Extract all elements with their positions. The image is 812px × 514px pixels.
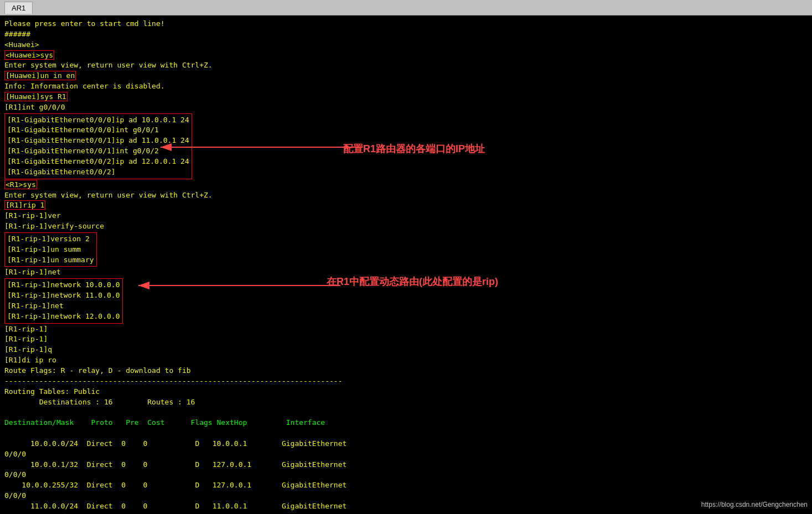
- rip-block: [R1-rip-1]version 2 [R1-rip-1]un summ [R…: [4, 232, 97, 267]
- line-10: <R1>sys: [4, 180, 37, 189]
- route-1: 10.0.0.0/24 Direct 0 0 D 10.0.0.1 Gigabi…: [4, 439, 346, 510]
- tab-ar1[interactable]: AR1: [4, 2, 33, 14]
- line-12: [R1]rip 1: [4, 200, 45, 210]
- net-block: [R1-rip-1]network 10.0.0.0 [R1-rip-1]net…: [4, 278, 123, 323]
- line-9: [R1]int g0/0/0: [4, 103, 65, 111]
- line-18: Route Flags: R - relay, D - download to …: [4, 366, 191, 375]
- terminal-content: Please press enter to start cmd line! ##…: [4, 19, 808, 512]
- rip-config-annotation: 在R1中配置动态路由(此处配置的是rip): [327, 274, 498, 289]
- line-4: <Huawei>sys: [4, 50, 54, 60]
- line-3: <Huawei>: [4, 40, 39, 49]
- line-6: [Huawei]un in en: [4, 71, 76, 80]
- line-14: [R1-rip-1]verify-source: [4, 222, 104, 230]
- line-7: Info: Information center is disabled.: [4, 82, 165, 90]
- line-13: [R1-rip-1]ver: [4, 211, 61, 220]
- routing-header: Routing Tables: Public Destinations : 16…: [4, 387, 195, 406]
- title-bar: AR1: [0, 0, 812, 15]
- line-8: [Huawei]sys R1: [4, 92, 68, 101]
- line-11: Enter system view, return user view with…: [4, 191, 213, 199]
- separator: ----------------------------------------…: [4, 377, 342, 385]
- ip-block: [R1-GigabitEthernet0/0/0]ip ad 10.0.0.1 …: [4, 113, 192, 179]
- line-5: Enter system view, return user view with…: [4, 61, 213, 69]
- watermark: https://blog.csdn.net/Gengchenchen: [701, 500, 808, 510]
- line-17: [R1]di ip ro: [4, 356, 56, 364]
- line-15: [R1-rip-1]net: [4, 268, 61, 276]
- line-2: ######: [4, 30, 30, 38]
- ip-config-annotation: 配置R1路由器的各端口的IP地址: [343, 142, 485, 156]
- line-1: Please press enter to start cmd line!: [4, 19, 165, 28]
- table-header: Destination/Mask Proto Pre Cost Flags Ne…: [4, 418, 325, 427]
- line-16: [R1-rip-1] [R1-rip-1] [R1-rip-1]q: [4, 325, 52, 354]
- terminal: Please press enter to start cmd line! ##…: [0, 15, 812, 514]
